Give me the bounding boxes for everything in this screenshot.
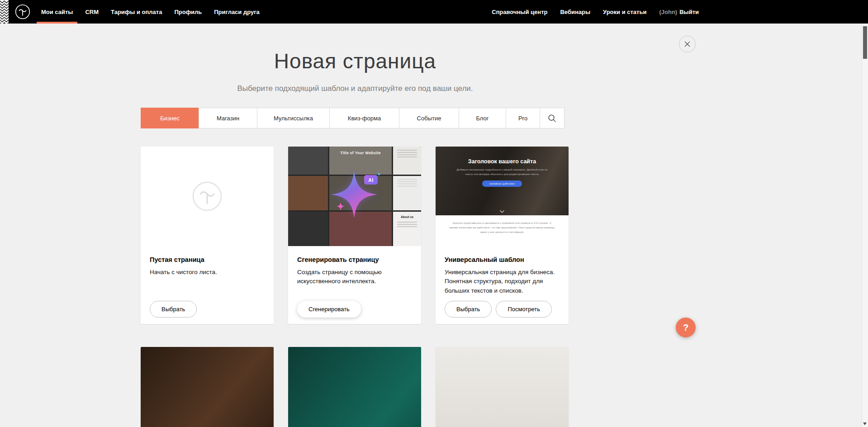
template-preview-image[interactable] [141, 347, 274, 427]
card-title: Сгенерировать страницу [297, 256, 412, 263]
template-card-universal: Заголовок вашего сайта Добавьте интересн… [436, 147, 569, 324]
scroll-down-arrow[interactable] [863, 422, 867, 425]
generate-button[interactable]: Сгенерировать [297, 301, 361, 318]
template-card-blank: Пустая страница Начать с чистого листа. … [141, 147, 274, 324]
small-sparkle-icon [336, 202, 345, 211]
preview-hero-section: Заголовок вашего сайта Добавьте интересн… [436, 147, 569, 215]
preview-hero-text: Добавьте интересные подробности о вашей … [455, 168, 549, 176]
ai-template-preview[interactable]: Title of Your Website About us [288, 147, 421, 246]
tiny-sparkle-icon [377, 172, 381, 176]
template-card-4 [141, 347, 274, 427]
nav-tariffs-payment[interactable]: Тарифы и оплата [111, 0, 162, 24]
preview-photo-tile [288, 212, 328, 246]
universal-template-preview[interactable]: Заголовок вашего сайта Добавьте интересн… [436, 147, 569, 246]
nav-profile[interactable]: Профиль [174, 0, 202, 24]
zigzag-decoration [0, 0, 9, 24]
card-title: Пустая страница [150, 256, 265, 263]
top-navigation-bar: Мои сайты CRM Тарифы и оплата Профиль Пр… [0, 0, 868, 24]
chevron-down-icon [500, 209, 504, 213]
view-button[interactable]: Посмотреть [496, 301, 552, 318]
logout-label: Выйти [679, 9, 699, 15]
preview-hero-button: основное действие [482, 180, 522, 187]
select-button[interactable]: Выбрать [445, 301, 492, 318]
nav-crm[interactable]: CRM [85, 0, 99, 24]
scrollbar-thumb[interactable] [863, 26, 867, 59]
new-page-screen: Новая страница Выберите подходящий шабло… [0, 0, 868, 427]
scrollbar[interactable] [862, 24, 868, 427]
card-description: Начать с чистого листа. [150, 268, 265, 277]
close-button[interactable] [679, 36, 696, 52]
template-card-ai-generate: Title of Your Website About us [288, 147, 421, 324]
primary-nav: Мои сайты CRM Тарифы и оплата Профиль Пр… [41, 0, 260, 24]
preview-body-text: Коротко представьтесь и расскажите о ком… [448, 221, 556, 235]
preview-about-tile: About us [393, 212, 421, 246]
about-us-label: About us [393, 215, 421, 218]
search-icon [548, 114, 556, 123]
select-button[interactable]: Выбрать [150, 301, 197, 318]
tilda-logo-icon[interactable] [15, 4, 30, 19]
tab-event[interactable]: Событие [399, 108, 459, 128]
ai-badge: AI [364, 175, 378, 185]
template-card-5 [288, 347, 421, 427]
nav-invite-friend[interactable]: Пригласи друга [214, 0, 260, 24]
nav-my-sites[interactable]: Мои сайты [41, 0, 73, 24]
card-description: Создать страницу с помощью искусственног… [297, 268, 412, 286]
nav-help-center[interactable]: Справочный центр [492, 0, 547, 24]
blank-template-preview[interactable] [141, 147, 274, 246]
preview-hero-title: Заголовок вашего сайта [436, 147, 569, 165]
preview-doc-tile [393, 147, 421, 175]
template-preview-image[interactable] [288, 347, 421, 427]
tab-business[interactable]: Бизнес [141, 108, 199, 128]
template-category-tabs: Бизнес Магазин Мультиссылка Квиз-форма С… [141, 108, 568, 128]
card-description: Универсальная страница для бизнеса. Поня… [445, 268, 560, 295]
nav-webinars[interactable]: Вебинары [560, 0, 590, 24]
template-card-6 [436, 347, 569, 427]
template-preview-image[interactable] [436, 347, 569, 427]
card-title: Универсальный шаблон [445, 256, 560, 263]
page-title: Новая страница [141, 49, 569, 73]
mini-site-title: Title of Your Website [329, 147, 392, 155]
tab-quiz-form[interactable]: Квиз-форма [329, 108, 399, 128]
preview-doc-tile [393, 176, 421, 210]
preview-photo-tile [288, 147, 328, 175]
page-subtitle: Выберите подходящий шаблон и адаптируйте… [141, 84, 569, 93]
tab-pro[interactable]: Pro [506, 108, 540, 128]
tab-multilink[interactable]: Мультиссылка [257, 108, 330, 128]
content-column: Новая страница Выберите подходящий шабло… [141, 49, 569, 427]
tilda-dashboard: Мои сайты CRM Тарифы и оплата Профиль Пр… [0, 0, 868, 427]
template-grid: Пустая страница Начать с чистого листа. … [141, 147, 569, 427]
tab-shop[interactable]: Магазин [199, 108, 257, 128]
tab-blog[interactable]: Блог [459, 108, 506, 128]
close-icon [684, 41, 690, 47]
help-button[interactable]: ? [676, 318, 696, 337]
tilda-watermark-icon [192, 181, 223, 212]
preview-photo-tile [288, 176, 328, 210]
logout-link[interactable]: (John) Выйти [659, 0, 699, 24]
user-name: (John) [659, 9, 677, 15]
secondary-nav: Справочный центр Вебинары Уроки и статьи… [492, 0, 699, 24]
nav-lessons-articles[interactable]: Уроки и статьи [603, 0, 646, 24]
preview-body-section: Коротко представьтесь и расскажите о ком… [436, 215, 569, 246]
search-tab[interactable] [540, 108, 564, 128]
